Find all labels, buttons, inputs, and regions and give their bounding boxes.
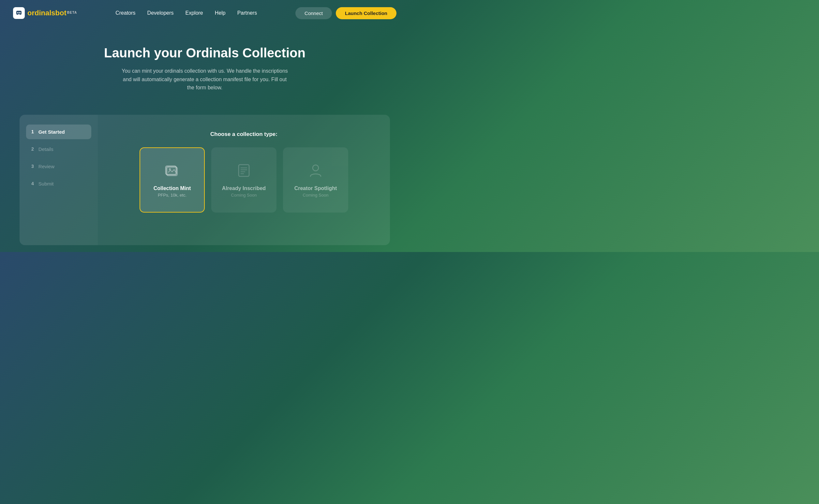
nav-creators[interactable]: Creators	[115, 10, 135, 16]
connect-button[interactable]: Connect	[295, 7, 332, 19]
collection-mint-card[interactable]: Collection Mint PFPs, 10k, etc.	[140, 147, 205, 213]
already-inscribed-subtitle: Coming Soon	[231, 193, 257, 198]
step-1[interactable]: 1 Get Started	[26, 125, 91, 139]
svg-point-7	[169, 168, 171, 170]
navbar: ordinalsbot BETA Creators Developers Exp…	[0, 0, 409, 26]
main-content: 1 Get Started 2 Details 3 Review 4 Submi…	[20, 115, 390, 245]
person-icon	[307, 162, 324, 180]
step-3-number: 3	[31, 164, 34, 169]
collection-mint-title: Collection Mint	[154, 185, 191, 191]
collection-mint-subtitle: PFPs, 10k, etc.	[158, 193, 186, 198]
collection-types: Collection Mint PFPs, 10k, etc. Already …	[117, 147, 370, 213]
svg-rect-3	[18, 14, 20, 15]
creator-spotlight-title: Creator Spotlight	[294, 185, 337, 191]
logo-text: ordinalsbot	[27, 9, 67, 17]
logo-icon	[13, 7, 25, 19]
step-4-number: 4	[31, 181, 34, 186]
hero-section: Launch your Ordinals Collection You can …	[0, 26, 409, 105]
nav-explore[interactable]: Explore	[186, 10, 203, 16]
already-inscribed-card: Already Inscribed Coming Soon	[211, 147, 276, 213]
nav-help[interactable]: Help	[215, 10, 226, 16]
choose-type-label: Choose a collection type:	[117, 131, 370, 138]
nav-links: Creators Developers Explore Help Partner…	[115, 10, 257, 16]
launch-collection-button[interactable]: Launch Collection	[336, 7, 396, 19]
form-area: Choose a collection type: Collection Min…	[98, 115, 390, 245]
step-1-label: Get Started	[38, 129, 65, 135]
beta-badge: BETA	[67, 11, 77, 14]
creator-spotlight-subtitle: Coming Soon	[303, 193, 329, 198]
svg-point-2	[19, 12, 21, 13]
list-icon	[235, 162, 252, 180]
nav-partners[interactable]: Partners	[237, 10, 257, 16]
images-icon	[164, 162, 181, 180]
steps-sidebar: 1 Get Started 2 Details 3 Review 4 Submi…	[20, 115, 98, 245]
hero-subtitle: You can mint your ordinals collection wi…	[120, 67, 290, 92]
nav-actions: Connect Launch Collection	[295, 7, 396, 19]
svg-point-1	[17, 12, 19, 13]
hero-title: Launch your Ordinals Collection	[7, 46, 403, 60]
step-2-number: 2	[31, 146, 34, 152]
svg-point-13	[313, 165, 319, 171]
step-1-number: 1	[31, 129, 34, 134]
already-inscribed-title: Already Inscribed	[222, 185, 266, 191]
step-3-label: Review	[38, 164, 54, 169]
logo: ordinalsbot BETA	[13, 7, 77, 19]
step-2[interactable]: 2 Details	[26, 142, 91, 156]
step-4-label: Submit	[38, 181, 54, 186]
step-4[interactable]: 4 Submit	[26, 176, 91, 191]
creator-spotlight-card: Creator Spotlight Coming Soon	[283, 147, 348, 213]
svg-rect-8	[239, 165, 249, 176]
nav-developers[interactable]: Developers	[147, 10, 174, 16]
step-2-label: Details	[38, 146, 53, 152]
step-3[interactable]: 3 Review	[26, 159, 91, 174]
